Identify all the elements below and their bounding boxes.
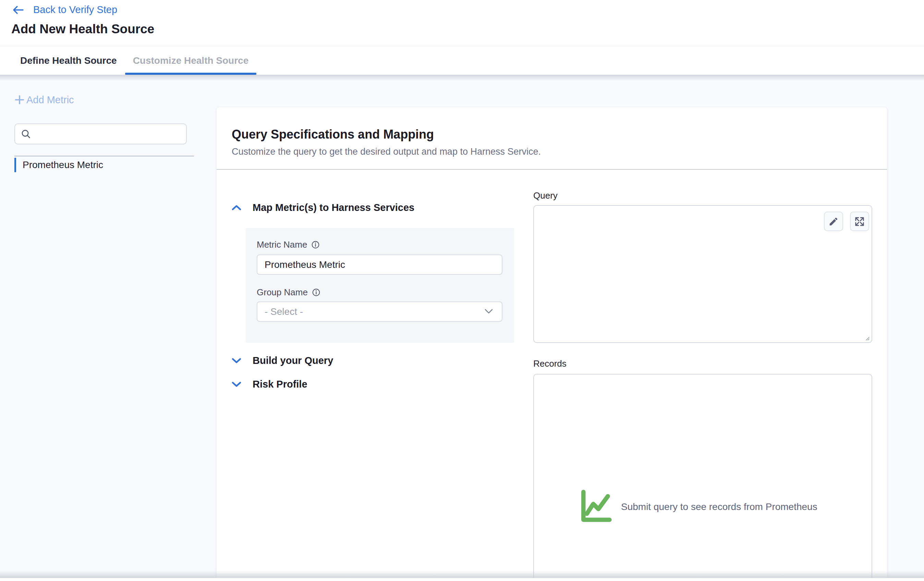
tab-customize-health-source[interactable]: Customize Health Source <box>126 46 256 75</box>
query-editor <box>533 205 872 343</box>
section-map-metrics-toggle[interactable]: Map Metric(s) to Harness Services <box>232 202 414 214</box>
query-label: Query <box>533 190 558 201</box>
group-name-label: Group Name <box>257 287 308 298</box>
sidebar-divider <box>15 156 194 156</box>
metric-item-label: Prometheus Metric <box>23 159 103 170</box>
info-icon[interactable] <box>312 288 320 297</box>
selected-indicator <box>15 158 16 172</box>
plus-icon <box>14 94 25 106</box>
card-subtitle: Customize the query to get the desired o… <box>232 146 541 157</box>
sidebar-item-prometheus-metric[interactable]: Prometheus Metric <box>15 158 103 172</box>
expand-query-button[interactable] <box>850 212 869 231</box>
content-area: Add Metric Prometheus Metric Query Speci… <box>0 75 924 581</box>
records-empty-state: Submit query to see records from Prometh… <box>578 488 817 526</box>
chevron-up-icon <box>232 204 241 211</box>
tab-define-health-source[interactable]: Define Health Source <box>20 46 126 75</box>
query-textarea[interactable] <box>534 206 871 342</box>
section-map-metrics-label: Map Metric(s) to Harness Services <box>252 202 414 214</box>
search-input[interactable] <box>36 125 186 143</box>
edit-query-button[interactable] <box>824 212 843 231</box>
search-icon <box>21 129 31 140</box>
add-metric-button[interactable]: Add Metric <box>14 94 74 106</box>
group-name-placeholder: - Select - <box>265 306 303 317</box>
chevron-down-icon <box>232 358 241 364</box>
section-build-query-toggle[interactable]: Build your Query <box>232 355 333 366</box>
section-build-query-label: Build your Query <box>252 355 333 366</box>
pencil-icon <box>828 217 839 227</box>
card-divider <box>216 169 887 170</box>
chevron-down-icon <box>232 381 241 387</box>
records-label: Records <box>533 358 566 369</box>
section-risk-profile-label: Risk Profile <box>252 379 307 390</box>
query-specifications-card: Query Specifications and Mapping Customi… <box>216 108 887 581</box>
expand-icon <box>855 217 865 227</box>
group-name-label-row: Group Name <box>257 287 320 298</box>
chart-icon <box>578 488 615 526</box>
card-title: Query Specifications and Mapping <box>232 127 434 142</box>
back-arrow-icon <box>12 5 24 15</box>
section-risk-profile-toggle[interactable]: Risk Profile <box>232 379 307 390</box>
back-link-label: Back to Verify Step <box>33 4 117 15</box>
info-icon[interactable] <box>311 240 320 249</box>
metric-name-label: Metric Name <box>257 239 307 250</box>
records-empty-message: Submit query to see records from Prometh… <box>621 502 817 512</box>
chevron-down-icon <box>485 309 493 314</box>
screen: Back to Verify Step Add New Health Sourc… <box>0 0 924 581</box>
metric-name-label-row: Metric Name <box>257 239 320 250</box>
metric-name-input[interactable] <box>257 255 502 275</box>
page-title: Add New Health Source <box>11 22 154 36</box>
resize-handle-icon[interactable] <box>864 335 870 341</box>
back-link[interactable]: Back to Verify Step <box>12 4 117 15</box>
search-box <box>15 124 187 144</box>
metric-mapping-form: Metric Name Group Name <box>246 228 514 343</box>
records-panel: Submit query to see records from Prometh… <box>533 374 872 581</box>
footer-bar <box>0 578 924 581</box>
group-name-select[interactable]: - Select - <box>257 301 502 322</box>
tab-bar: Define Health Source Customize Health So… <box>0 46 924 75</box>
add-metric-label: Add Metric <box>26 94 74 106</box>
